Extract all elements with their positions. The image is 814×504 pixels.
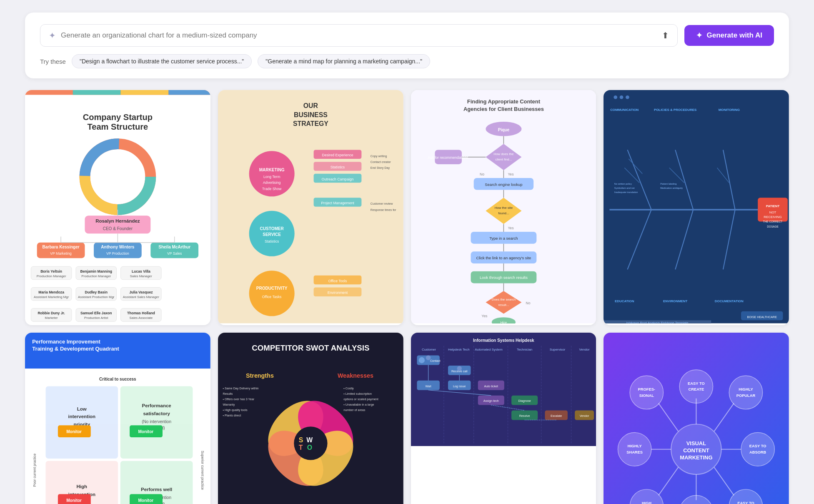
svg-text:Sales Associate: Sales Associate — [130, 316, 153, 320]
svg-text:Yes: Yes — [508, 172, 513, 176]
card-swot-analysis[interactable]: COMPETITOR SWOT ANALYSIS Strengths Weakn… — [218, 333, 403, 504]
svg-text:VP Marketing: VP Marketing — [50, 251, 72, 256]
svg-text:result...: result... — [498, 303, 509, 307]
svg-text:• Unavailable in a large: • Unavailable in a large — [343, 403, 374, 406]
svg-text:Company Startup: Company Startup — [83, 113, 153, 122]
svg-point-285 — [679, 369, 713, 403]
svg-text:Sales Manager: Sales Manager — [130, 274, 152, 278]
svg-text:PROFES-: PROFES- — [638, 387, 655, 391]
svg-text:Response times for: Response times for — [371, 208, 396, 212]
svg-text:VISUAL: VISUAL — [686, 440, 706, 446]
svg-text:• Same Day Delivery within: • Same Day Delivery within — [223, 387, 258, 390]
svg-text:Supervisor: Supervisor — [549, 348, 565, 351]
svg-text:satisfactory: satisfactory — [143, 411, 170, 416]
search-input[interactable] — [61, 31, 657, 40]
svg-text:number of areas: number of areas — [343, 408, 366, 411]
svg-text:Contact creator: Contact creator — [371, 160, 391, 164]
svg-text:Pique: Pique — [498, 128, 509, 132]
svg-text:Performance: Performance — [142, 403, 171, 408]
svg-text:Customer review: Customer review — [371, 202, 393, 206]
svg-text:CONTENT: CONTENT — [683, 447, 709, 453]
svg-text:S: S — [298, 436, 303, 443]
svg-text:Customer: Customer — [421, 348, 436, 351]
svg-text:Monitor: Monitor — [66, 498, 82, 503]
try-chip-2[interactable]: "Generate a mind map for planning a mark… — [258, 54, 430, 68]
svg-text:EASY TO: EASY TO — [688, 381, 705, 385]
svg-text:Diagnose: Diagnose — [518, 399, 531, 403]
svg-text:Long Term: Long Term — [263, 175, 280, 179]
svg-text:POPULAR: POPULAR — [736, 393, 756, 397]
svg-text:SHARES: SHARES — [626, 450, 643, 454]
svg-text:VP Production: VP Production — [106, 251, 129, 256]
svg-text:POLICIES & PROCEDURES: POLICIES & PROCEDURES — [654, 108, 696, 112]
try-chip-1[interactable]: "Design a flowchart to illustrate the cu… — [72, 54, 252, 68]
svg-point-277 — [426, 355, 430, 360]
try-these-row: Try these "Design a flowchart to illustr… — [40, 54, 774, 68]
svg-text:Advertising: Advertising — [263, 181, 281, 185]
svg-text:Symbolism and not: Symbolism and not — [614, 187, 635, 189]
svg-text:Benjamin Manning: Benjamin Manning — [80, 269, 112, 273]
card-performance-quadrant[interactable]: Performance Improvement Training & Devel… — [25, 333, 210, 504]
svg-text:Dudley Basin: Dudley Basin — [85, 290, 108, 294]
svg-text:EASY TO: EASY TO — [749, 444, 766, 448]
svg-text:intervention: intervention — [68, 414, 95, 419]
svg-text:Automated System: Automated System — [475, 348, 503, 351]
svg-text:Anthony Winters: Anthony Winters — [101, 245, 135, 249]
svg-text:Production Artist: Production Artist — [84, 316, 108, 320]
svg-text:No written policy: No written policy — [614, 183, 632, 185]
svg-text:• Offers over has 3 Year: • Offers over has 3 Year — [223, 398, 254, 401]
svg-text:Low: Low — [77, 406, 87, 411]
svg-text:COMPETITOR SWOT ANALYSIS: COMPETITOR SWOT ANALYSIS — [252, 344, 369, 352]
svg-text:Type in a search: Type in a search — [489, 236, 518, 241]
svg-text:Office Tools: Office Tools — [328, 279, 347, 283]
card-content-agencies[interactable]: Finding Appropriate Content Agencies for… — [411, 90, 596, 325]
svg-text:Production Manager: Production Manager — [37, 274, 66, 278]
svg-text:NOT: NOT — [769, 211, 776, 214]
svg-text:EDUCATION: EDUCATION — [615, 299, 634, 303]
card-business-strategy[interactable]: OUR BUSINESS STRATEGY MARKETING Long Ter… — [218, 90, 403, 325]
svg-point-67 — [249, 271, 294, 316]
svg-text:Look through search results: Look through search results — [479, 276, 527, 280]
generate-button[interactable]: ✦ Generate with AI — [684, 25, 774, 46]
svg-text:Production Manager: Production Manager — [81, 274, 111, 278]
svg-text:End Story Day: End Story Day — [371, 166, 390, 170]
svg-text:Office Tasks: Office Tasks — [262, 295, 282, 299]
svg-text:PRODUCTIVITY: PRODUCTIVITY — [256, 286, 288, 291]
upload-icon[interactable]: ⬆ — [662, 30, 669, 40]
svg-text:STRATEGY: STRATEGY — [293, 120, 328, 127]
svg-text:Assistant Production Mgr: Assistant Production Mgr — [78, 295, 115, 299]
svg-text:Technician: Technician — [516, 348, 532, 351]
svg-point-293 — [741, 432, 774, 466]
svg-text:Assistant Sales Manager: Assistant Sales Manager — [123, 295, 159, 299]
svg-text:MARKETING: MARKETING — [680, 454, 713, 461]
svg-text:COMMUNICATION: COMMUNICATION — [610, 108, 639, 112]
svg-text:SIONAL: SIONAL — [639, 393, 654, 397]
svg-point-313 — [630, 376, 663, 409]
search-section: ✦ ⬆ ✦ Generate with AI Try these "Design… — [25, 13, 789, 78]
svg-text:Performance Improvement: Performance Improvement — [32, 338, 100, 344]
svg-text:Monitor: Monitor — [138, 429, 153, 434]
svg-text:Inadequate translation: Inadequate translation — [614, 191, 638, 193]
svg-text:DOCUMENTATION: DOCUMENTATION — [715, 299, 744, 303]
card-infosys-helpdesk[interactable]: Information Systems Helpdesk Customer He… — [411, 333, 596, 504]
svg-text:Ishikawa Root Analysis Fishbon: Ishikawa Root Analysis Fishbone Template — [626, 321, 689, 323]
card-ishikawa[interactable]: COMMUNICATION POLICIES & PROCEDURES MONI… — [604, 90, 789, 325]
svg-text:Vendor: Vendor — [579, 414, 589, 418]
svg-text:Marketer: Marketer — [45, 316, 58, 320]
svg-text:Copy writing: Copy writing — [371, 155, 387, 158]
svg-text:SERVICE: SERVICE — [263, 232, 281, 237]
card-org-chart[interactable]: Company Startup Team Structure Rosalyn H… — [25, 90, 210, 325]
svg-text:MARKETING: MARKETING — [259, 168, 284, 172]
svg-text:BUSINESS: BUSINESS — [294, 111, 328, 118]
svg-text:No: No — [526, 301, 530, 305]
svg-text:Finding Appropriate Content: Finding Appropriate Content — [467, 98, 540, 105]
svg-point-252 — [418, 357, 424, 363]
svg-text:• Limited subscription: • Limited subscription — [343, 392, 372, 396]
svg-text:CUSTOMER: CUSTOMER — [260, 226, 284, 231]
search-input-wrap: ✦ ⬆ — [40, 24, 678, 47]
svg-text:Poor current practice: Poor current practice — [33, 453, 37, 486]
card-visual-content-marketing[interactable]: VISUAL CONTENT MARKETING EASY TO CREATE … — [604, 333, 789, 504]
svg-text:No: No — [479, 172, 484, 176]
svg-point-127 — [614, 95, 618, 99]
svg-text:Information Systems Helpdesk: Information Systems Helpdesk — [473, 338, 534, 342]
